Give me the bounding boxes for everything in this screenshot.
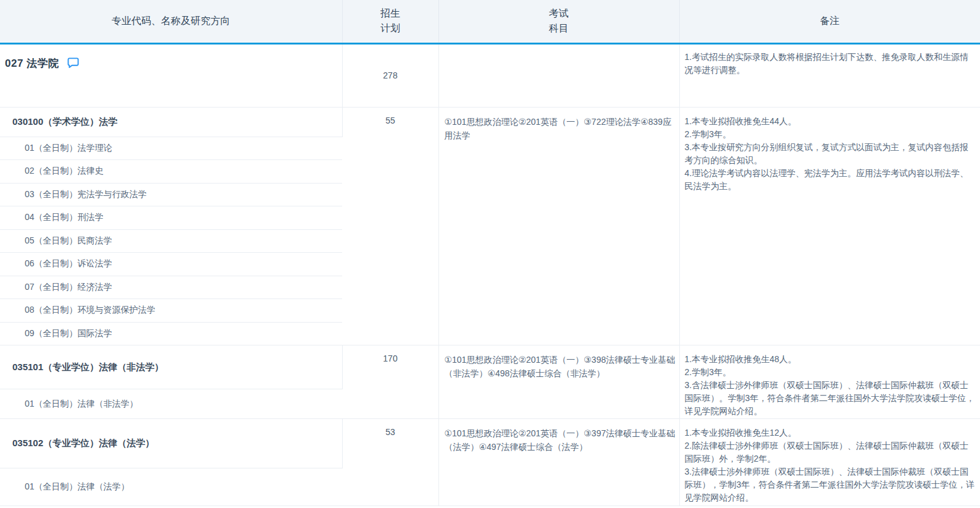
major-title: 030100（学术学位）法学 (0, 107, 342, 137)
major-note: 1.本专业拟招收推免生44人。 2.学制3年。 3.本专业按研究方向分别组织复试… (679, 107, 980, 345)
header-major-column: 专业代码、名称及研究方向 (0, 0, 342, 43)
major-row-035101: 035101（专业学位）法律（非法学） 170 ①101思想政治理论②201英语… (0, 345, 980, 389)
direction-label: 03（全日制）宪法学与行政法学 (0, 183, 342, 206)
major-row-035102: 035102（专业学位）法律（法学） 53 ①101思想政治理论②201英语（一… (0, 419, 980, 468)
major-note: 1.本专业拟招收推免生12人。 2.除法律硕士涉外律师班（双硕士国际班）、法律硕… (679, 419, 980, 506)
direction-label: 08（全日制）环境与资源保护法学 (0, 299, 342, 323)
major-row-030100: 030100（学术学位）法学 55 ①101思想政治理论②201英语（一）③72… (0, 107, 980, 137)
direction-label: 01（全日制）法律（法学） (0, 468, 342, 506)
exam-subjects: ①101思想政治理论②201英语（一）③397法律硕士专业基础（法学）④497法… (438, 419, 679, 506)
header-plan-column: 招生 计划 (342, 0, 438, 43)
college-exam-cell (438, 43, 679, 107)
college-row: 027 法学院 278 1.考试招生的实际录取人数将根据招生计划下达数、推免录取… (0, 43, 980, 107)
college-cell: 027 法学院 (0, 43, 342, 107)
header-exam-column: 考试 科目 (438, 0, 679, 43)
direction-label: 01（全日制）法学理论 (0, 137, 342, 160)
plan-value: 170 (342, 345, 438, 419)
college-plan-value: 278 (342, 43, 438, 107)
college-title: 027 法学院 (5, 57, 59, 69)
admissions-table: 专业代码、名称及研究方向 招生 计划 考试 科目 备注 027 法学院 278 … (0, 0, 980, 506)
major-note: 1.本专业拟招收推免生48人。 2.学制3年。 3.含法律硕士涉外律师班（双硕士… (679, 345, 980, 419)
direction-label: 04（全日制）刑法学 (0, 206, 342, 230)
comment-icon[interactable] (67, 57, 79, 70)
college-note: 1.考试招生的实际录取人数将根据招生计划下达数、推免录取人数和生源情况等进行调整… (679, 43, 980, 107)
direction-label: 07（全日制）经济法学 (0, 276, 342, 299)
major-title: 035102（专业学位）法律（法学） (0, 419, 342, 468)
exam-subjects: ①101思想政治理论②201英语（一）③722理论法学④839应用法学 (438, 107, 679, 345)
direction-label: 06（全日制）诉讼法学 (0, 253, 342, 276)
table-header-row: 专业代码、名称及研究方向 招生 计划 考试 科目 备注 (0, 0, 980, 43)
direction-label: 05（全日制）民商法学 (0, 229, 342, 253)
header-note-column: 备注 (679, 0, 980, 43)
exam-subjects: ①101思想政治理论②201英语（一）③398法律硕士专业基础（非法学）④498… (438, 345, 679, 419)
direction-label: 02（全日制）法律史 (0, 160, 342, 184)
direction-label: 01（全日制）法律（非法学） (0, 389, 342, 419)
direction-label: 09（全日制）国际法学 (0, 322, 342, 345)
major-title: 035101（专业学位）法律（非法学） (0, 345, 342, 389)
plan-value: 55 (342, 107, 438, 345)
plan-value: 53 (342, 419, 438, 506)
